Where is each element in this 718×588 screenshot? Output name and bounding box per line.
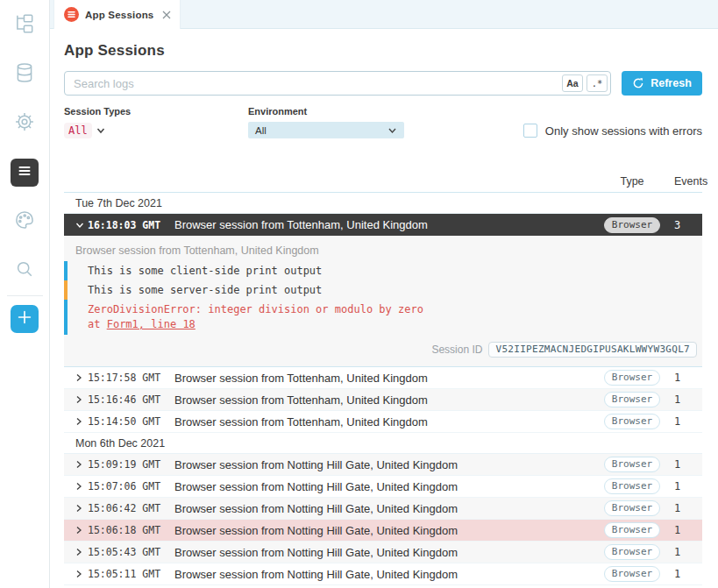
session-type-badge: Browser: [604, 478, 660, 494]
session-row[interactable]: 15:17:58 GMT Browser session from Totten…: [64, 367, 702, 389]
chevron-right-icon: [75, 570, 88, 578]
session-row[interactable]: 15:09:19 GMT Browser session from Nottin…: [64, 454, 702, 476]
search-row: Aa .* Refresh: [64, 71, 702, 96]
chevron-down-icon: [75, 222, 88, 229]
session-type-badge: Browser: [604, 522, 660, 538]
chevron-right-icon: [75, 417, 88, 426]
tab-app-sessions[interactable]: App Sessions: [54, 0, 180, 29]
session-types-dropdown[interactable]: All: [64, 123, 105, 138]
session-row[interactable]: 15:07:06 GMT Browser session from Nottin…: [64, 476, 702, 498]
gear-icon: [13, 110, 36, 137]
session-detail-panel: Browser session from Tottenham, United K…: [64, 236, 702, 367]
session-events-count: 3: [662, 219, 702, 231]
chevron-right-icon: [75, 395, 88, 404]
sidebar-item-app-logs[interactable]: [11, 159, 39, 187]
sidebar-divider: [7, 295, 43, 296]
sidebar-item-search[interactable]: [11, 257, 39, 285]
chevron-right-icon: [75, 482, 88, 491]
chevron-right-icon: [75, 504, 88, 513]
log-line-error: ZeroDivisionError: integer division or m…: [64, 300, 702, 335]
session-types-label: Session Types: [64, 106, 248, 117]
refresh-button[interactable]: Refresh: [622, 71, 702, 96]
sidebar-item-app-structure[interactable]: [11, 11, 39, 39]
session-row[interactable]: 15:05:43 GMT Browser session from Nottin…: [64, 542, 702, 563]
session-row[interactable]: 15:06:42 GMT Browser session from Nottin…: [64, 498, 702, 520]
log-line-client: This is some client-side print output: [64, 261, 702, 280]
client-output-bar: [64, 300, 68, 335]
app-logs-icon: [14, 160, 35, 185]
filter-bar: Session Types All Environment All Only: [64, 106, 702, 138]
search-box: Aa .*: [64, 71, 611, 96]
tab-bar: App Sessions: [50, 0, 718, 29]
sessions-table: Type Events Tue 7th Dec 2021 16:18:03 GM…: [64, 170, 702, 585]
client-output-bar: [64, 261, 68, 280]
chevron-right-icon: [75, 373, 88, 382]
palette-icon: [13, 209, 36, 235]
sidebar-item-data-tables[interactable]: [11, 60, 39, 89]
regex-button[interactable]: .*: [586, 74, 608, 92]
app-window: App Sessions App Sessions Aa .* Refresh: [0, 0, 718, 588]
table-header: Type Events: [64, 170, 702, 193]
sidebar-item-theme[interactable]: [11, 208, 39, 236]
add-button[interactable]: [11, 305, 39, 333]
server-output-bar: [64, 280, 68, 300]
session-type-badge: Browser: [604, 370, 660, 386]
session-row[interactable]: 15:14:50 GMT Browser session from Totten…: [64, 411, 702, 433]
sidebar: [0, 0, 50, 588]
close-icon[interactable]: [162, 11, 171, 19]
session-types-value: All: [64, 123, 92, 138]
environment-select[interactable]: All: [248, 122, 404, 138]
app-sessions-icon: [64, 7, 79, 22]
session-id-row: Session ID V52IIPEZMACNJEDGIPUSAKLWWYW3G…: [64, 342, 702, 358]
refresh-icon: [632, 77, 644, 89]
error-location-prefix: at: [88, 318, 107, 330]
session-type-badge: Browser: [604, 217, 660, 233]
session-row-error[interactable]: 15:06:18 GMT Browser session from Nottin…: [64, 520, 702, 542]
search-input[interactable]: [74, 77, 558, 90]
session-type-badge: Browser: [604, 414, 660, 429]
session-row[interactable]: 15:05:11 GMT Browser session from Nottin…: [64, 563, 702, 585]
date-group-header: Mon 6th Dec 2021: [64, 433, 702, 454]
environment-label: Environment: [248, 106, 474, 117]
chevron-right-icon: [75, 548, 88, 556]
session-id-value: V52IIPEZMACNJEDGIPUSAKLWWYW3GQL7: [488, 342, 697, 358]
chevron-down-icon: [96, 127, 105, 134]
sidebar-item-settings[interactable]: [11, 110, 39, 138]
session-type-badge: Browser: [604, 566, 660, 582]
type-column-header: Type: [602, 175, 662, 188]
session-id-label: Session ID: [431, 344, 482, 356]
session-time: 16:18:03 GMT: [88, 219, 174, 231]
errors-only-checkbox[interactable]: [523, 124, 537, 138]
errors-only-label: Only show sessions with errors: [545, 124, 702, 138]
chevron-right-icon: [75, 526, 88, 535]
chevron-down-icon: [387, 127, 397, 134]
refresh-label: Refresh: [650, 77, 692, 89]
session-row-expanded[interactable]: 16:18:03 GMT Browser session from Totten…: [64, 214, 702, 236]
chevron-right-icon: [75, 460, 88, 469]
session-row[interactable]: 15:16:46 GMT Browser session from Totten…: [64, 389, 702, 411]
page-title: App Sessions: [64, 42, 702, 60]
database-icon: [13, 61, 36, 88]
session-type-badge: Browser: [604, 500, 660, 516]
tab-label: App Sessions: [85, 10, 153, 20]
search-icon: [13, 258, 36, 284]
session-type-badge: Browser: [604, 457, 660, 472]
error-message: ZeroDivisionError: integer division or m…: [88, 302, 702, 317]
plus-icon: [15, 308, 34, 330]
session-detail-title: Browser session from Tottenham, United K…: [64, 244, 702, 257]
session-title: Browser session from Tottenham, United K…: [174, 218, 602, 231]
match-case-button[interactable]: Aa: [562, 74, 583, 92]
environment-value: All: [255, 125, 267, 136]
session-type-badge: Browser: [604, 392, 660, 407]
sitemap-icon: [13, 12, 36, 39]
log-line-server: This is some server-side print output: [64, 280, 702, 300]
date-group-header: Tue 7th Dec 2021: [64, 193, 702, 214]
session-type-badge: Browser: [604, 544, 660, 560]
error-location-link[interactable]: Form1, line 18: [107, 318, 195, 330]
events-column-header: Events: [662, 175, 702, 188]
